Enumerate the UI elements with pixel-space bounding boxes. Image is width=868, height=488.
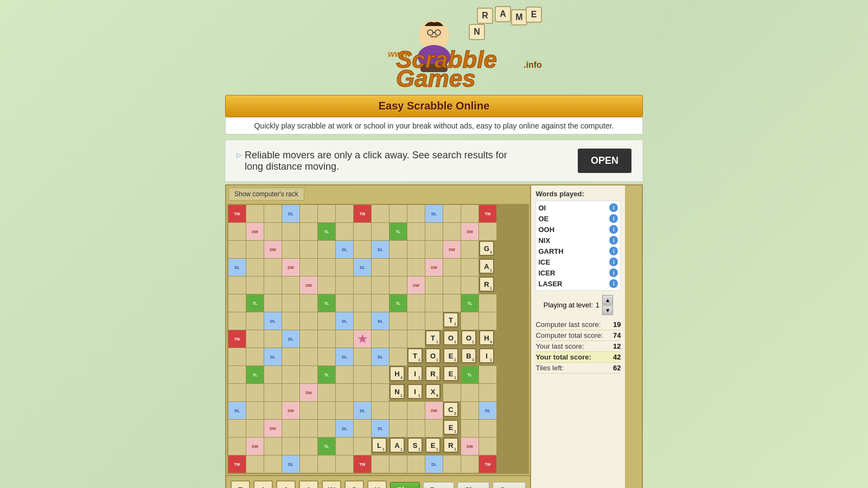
board-cell[interactable] <box>228 223 246 240</box>
board-cell[interactable]: DL <box>336 348 353 365</box>
board-cell[interactable] <box>407 455 425 473</box>
board-cell[interactable]: DW <box>461 438 478 455</box>
board-cell[interactable] <box>318 402 335 419</box>
level-down-button[interactable]: ▼ <box>602 305 613 315</box>
board-cell[interactable] <box>390 312 407 330</box>
board-cell[interactable] <box>390 205 407 222</box>
board-cell[interactable]: L1 <box>372 438 387 453</box>
board-cell[interactable]: DL <box>228 402 246 419</box>
board-cell[interactable]: R1 <box>425 366 441 381</box>
board-cell[interactable] <box>246 402 264 419</box>
board-cell[interactable]: TW <box>228 330 246 348</box>
board-cell[interactable] <box>461 277 478 294</box>
board-cell[interactable] <box>390 455 407 473</box>
board-cell[interactable] <box>318 455 335 473</box>
board-cell[interactable] <box>407 259 425 276</box>
board-cell[interactable]: E1 <box>443 348 458 363</box>
board-cell[interactable]: O1 <box>461 330 476 345</box>
board-cell[interactable] <box>461 384 478 401</box>
board-cell[interactable] <box>336 366 353 383</box>
board-cell[interactable]: TL <box>246 366 264 383</box>
swap-button[interactable]: Swap <box>493 482 526 488</box>
board-cell[interactable]: R1 <box>443 438 458 453</box>
word-info-icon[interactable]: i <box>609 268 618 277</box>
board-cell[interactable] <box>246 312 264 330</box>
board-cell[interactable] <box>264 438 282 455</box>
board-cell[interactable]: DW <box>425 259 443 276</box>
board-cell[interactable] <box>425 420 443 437</box>
board-cell[interactable]: DL <box>336 420 353 437</box>
board-cell[interactable] <box>407 420 425 437</box>
board-cell[interactable] <box>264 223 282 240</box>
board-cell[interactable]: DL <box>282 455 299 473</box>
board-cell[interactable] <box>336 438 353 455</box>
board-cell[interactable] <box>336 277 353 294</box>
board-cell[interactable]: DL <box>282 205 299 222</box>
board-cell[interactable] <box>228 312 246 330</box>
board-cell[interactable] <box>336 294 353 312</box>
board-cell[interactable] <box>228 420 246 437</box>
board-cell[interactable] <box>336 223 353 240</box>
board-cell[interactable]: TW <box>354 455 371 473</box>
board-cell[interactable]: DW <box>443 241 461 258</box>
board-cell[interactable] <box>318 312 335 330</box>
board-cell[interactable] <box>282 241 299 258</box>
board-cell[interactable] <box>443 205 461 222</box>
board-cell[interactable] <box>246 330 264 348</box>
board-cell[interactable]: E1 <box>443 420 458 435</box>
board-cell[interactable]: X8 <box>425 384 441 399</box>
board-cell[interactable]: ★ <box>354 330 371 348</box>
board-cell[interactable]: DW <box>282 402 299 419</box>
board-cell[interactable] <box>282 420 299 437</box>
board-cell[interactable]: T1 <box>443 312 458 328</box>
board-cell[interactable] <box>300 438 317 455</box>
rack-tile[interactable]: E1 <box>231 480 250 488</box>
board-cell[interactable] <box>372 294 389 312</box>
board-cell[interactable]: DW <box>246 223 264 240</box>
board-cell[interactable] <box>228 241 246 258</box>
ad-open-button[interactable]: OPEN <box>578 149 631 173</box>
board-cell[interactable] <box>300 402 317 419</box>
board-cell[interactable]: DL <box>354 402 371 419</box>
board-cell[interactable] <box>318 277 335 294</box>
board-cell[interactable]: TL <box>318 366 335 383</box>
board-cell[interactable] <box>443 259 461 276</box>
board-cell[interactable] <box>336 455 353 473</box>
board-cell[interactable]: R1 <box>479 277 494 292</box>
board-cell[interactable] <box>300 259 317 276</box>
board-cell[interactable]: TL <box>390 294 407 312</box>
board-cell[interactable]: I1 <box>407 366 423 381</box>
board-cell[interactable] <box>282 223 299 240</box>
board-cell[interactable]: T1 <box>425 330 441 345</box>
word-info-icon[interactable]: i <box>609 203 618 212</box>
board-cell[interactable] <box>407 402 425 419</box>
board-cell[interactable] <box>282 348 299 365</box>
board-cell[interactable] <box>282 438 299 455</box>
board-cell[interactable] <box>407 330 425 348</box>
board-cell[interactable] <box>354 348 371 365</box>
board-cell[interactable] <box>282 294 299 312</box>
board-cell[interactable] <box>264 455 282 473</box>
board-cell[interactable] <box>246 241 264 258</box>
rack-tile[interactable]: A1 <box>276 480 296 488</box>
board-cell[interactable]: TW <box>479 205 496 222</box>
board-cell[interactable] <box>318 259 335 276</box>
board-cell[interactable] <box>264 259 282 276</box>
board-cell[interactable] <box>228 294 246 312</box>
board-cell[interactable] <box>479 312 496 330</box>
board-cell[interactable]: T1 <box>407 348 423 363</box>
board-cell[interactable]: TW <box>479 455 496 473</box>
board-cell[interactable] <box>407 205 425 222</box>
board-cell[interactable] <box>461 259 478 276</box>
board-cell[interactable]: I1 <box>407 384 423 399</box>
board-cell[interactable] <box>390 402 407 419</box>
board-cell[interactable]: DW <box>264 420 282 437</box>
board-cell[interactable] <box>479 384 496 401</box>
board-cell[interactable]: C3 <box>443 402 458 417</box>
board-cell[interactable] <box>318 420 335 437</box>
board-cell[interactable]: H4 <box>479 330 494 345</box>
board-cell[interactable]: DW <box>282 259 299 276</box>
board-cell[interactable] <box>264 402 282 419</box>
board-cell[interactable] <box>300 241 317 258</box>
board-cell[interactable] <box>354 277 371 294</box>
